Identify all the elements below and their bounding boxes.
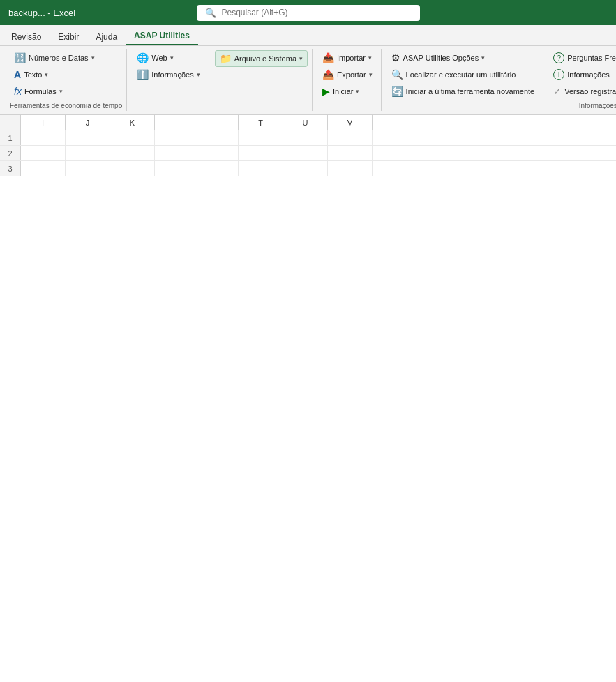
grid-row-2: 2 <box>0 146 616 161</box>
cell-V3[interactable] <box>328 161 373 176</box>
tab-ajuda[interactable]: Ajuda <box>87 29 126 45</box>
arquivo-sistema-icon: 📁 <box>220 53 232 64</box>
ribbon-tabs: Revisão Exibir Ajuda ASAP Utilities <box>0 25 616 46</box>
ribbon-btn-texto[interactable]: A Texto ▾ <box>10 67 52 82</box>
faq-icon: ? <box>553 52 564 63</box>
formulas-icon: fx <box>14 86 22 97</box>
iniciar-ultima-icon: 🔄 <box>391 86 403 97</box>
cell-U3[interactable] <box>283 161 328 176</box>
cell-U2[interactable] <box>283 146 328 160</box>
col-header-T: T <box>239 115 283 130</box>
ribbon-btn-web[interactable]: 🌐 Web ▾ <box>133 50 177 66</box>
cell-mid3[interactable] <box>155 161 239 176</box>
iniciar-dropdown-arrow: ▾ <box>356 88 359 95</box>
col-header-I: I <box>21 115 66 130</box>
cell-I1[interactable] <box>21 130 66 145</box>
ribbon-group-title-ferramentas: Ferramentas de economia de tempo <box>10 100 122 109</box>
cell-K3[interactable] <box>110 161 155 176</box>
ribbon-btn-exportar[interactable]: 📤 Exportar ▾ <box>318 67 377 82</box>
col-header-V: V <box>328 115 373 130</box>
col-header-K: K <box>110 115 155 130</box>
ribbon-btn-formulas[interactable]: fx Fórmulas ▾ <box>10 84 67 99</box>
ribbon-btn-importar[interactable]: 📥 Importar ▾ <box>318 50 376 66</box>
cell-V2[interactable] <box>328 146 373 160</box>
numeros-icon: 🔢 <box>14 52 26 63</box>
col-header-J: J <box>66 115 110 130</box>
grid-rows: 1 2 3 <box>0 130 616 176</box>
search-bar[interactable]: 🔍 <box>197 5 420 21</box>
numeros-dropdown-arrow: ▾ <box>91 54 95 61</box>
ribbon-btn-asap-opcoes[interactable]: ⚙ ASAP Utilities Opções ▾ <box>387 50 490 66</box>
row-header-2: 2 <box>0 146 21 160</box>
ribbon-group-title-info-ajuda: Informações e ajuda <box>549 100 616 109</box>
col-header-empty <box>155 115 239 130</box>
cell-J3[interactable] <box>66 161 110 176</box>
cell-J1[interactable] <box>66 130 110 145</box>
ribbon-btn-localizar[interactable]: 🔍 Localizar e executar um utilitário <box>387 67 520 82</box>
importar-dropdown-arrow: ▾ <box>368 54 372 61</box>
info-dropdown-arrow: ▾ <box>197 71 200 78</box>
cell-U1[interactable] <box>283 130 328 145</box>
cell-I3[interactable] <box>21 161 66 176</box>
cell-mid1[interactable] <box>155 130 239 145</box>
cell-V1[interactable] <box>328 130 373 145</box>
ribbon-group-arquivo-sistema: 📁 Arquivo e Sistema ▾ <box>211 49 313 111</box>
ribbon-btn-informacoes[interactable]: ℹ️ Informações ▾ <box>133 67 204 82</box>
search-icon: 🔍 <box>205 8 216 18</box>
ribbon-btn-numeros-datas[interactable]: 🔢 Números e Datas ▾ <box>10 50 99 66</box>
row-header-3: 3 <box>0 161 21 176</box>
asap-opcoes-icon: ⚙ <box>391 52 400 63</box>
cell-I2[interactable] <box>21 146 66 160</box>
web-icon: 🌐 <box>137 52 149 63</box>
ribbon-btn-arquivo-sistema[interactable]: 📁 Arquivo e Sistema ▾ <box>215 50 308 67</box>
ribbon-btn-iniciar[interactable]: ▶ Iniciar ▾ <box>318 84 363 99</box>
versao-icon: ✓ <box>553 86 562 97</box>
cell-K2[interactable] <box>110 146 155 160</box>
cell-J2[interactable] <box>66 146 110 160</box>
ribbon-group-ajuda: ? Perguntas Frequentes Online i Informaç… <box>545 49 616 111</box>
exportar-icon: 📤 <box>322 69 334 80</box>
tab-revisao[interactable]: Revisão <box>3 29 50 45</box>
ribbon-btn-faq[interactable]: ? Perguntas Frequentes Online <box>549 50 616 66</box>
info-ajuda-icon: i <box>553 69 564 80</box>
search-input[interactable] <box>222 8 412 17</box>
ribbon-group-importar-exportar: 📥 Importar ▾ 📤 Exportar ▾ ▶ Iniciar ▾ <box>314 49 382 111</box>
arquivo-dropdown-arrow: ▾ <box>299 55 303 62</box>
grid-row-3: 3 <box>0 161 616 176</box>
col-headers-row: I J K T U V <box>0 115 616 130</box>
importar-icon: 📥 <box>322 52 334 63</box>
ribbon-btn-versao[interactable]: ✓ Versão registrada <box>549 84 616 99</box>
formulas-dropdown-arrow: ▾ <box>59 88 63 95</box>
ribbon-row-numeros: 🔢 Números e Datas ▾ <box>10 50 99 66</box>
cell-mid2[interactable] <box>155 146 239 160</box>
ribbon-group-ferramentas: 🔢 Números e Datas ▾ A Texto ▾ fx Fórmula… <box>6 49 127 111</box>
window-title: backup... - Excel <box>8 8 197 18</box>
tab-exibir[interactable]: Exibir <box>50 29 87 45</box>
texto-dropdown-arrow: ▾ <box>45 71 48 78</box>
corner-cell <box>0 115 21 130</box>
ribbon-btn-info-ajuda[interactable]: i Informações <box>549 67 614 82</box>
web-dropdown-arrow: ▾ <box>170 54 174 61</box>
cell-T2[interactable] <box>239 146 283 160</box>
title-bar: backup... - Excel 🔍 <box>0 0 616 25</box>
row-header-1: 1 <box>0 130 21 145</box>
exportar-dropdown-arrow: ▾ <box>369 71 373 78</box>
texto-icon: A <box>14 69 21 80</box>
asap-opcoes-dropdown-arrow: ▾ <box>481 54 485 61</box>
cell-T3[interactable] <box>239 161 283 176</box>
informacoes-ribbon-icon: ℹ️ <box>137 69 149 80</box>
sheet-area: I J K T U V 1 2 3 <box>0 115 616 176</box>
ribbon-group-web-info: 🌐 Web ▾ ℹ️ Informações ▾ <box>128 49 209 111</box>
col-header-U: U <box>283 115 328 130</box>
ribbon: 🔢 Números e Datas ▾ A Texto ▾ fx Fórmula… <box>0 46 616 115</box>
ribbon-group-asap-options: ⚙ ASAP Utilities Opções ▾ 🔍 Localizar e … <box>383 49 544 111</box>
iniciar-icon: ▶ <box>322 86 330 97</box>
cell-T1[interactable] <box>239 130 283 145</box>
ribbon-btn-iniciar-ultima[interactable]: 🔄 Iniciar a última ferramenta novamente <box>387 84 539 99</box>
cell-K1[interactable] <box>110 130 155 145</box>
tab-asap-utilities[interactable]: ASAP Utilities <box>126 27 198 45</box>
grid-row-1: 1 <box>0 130 616 146</box>
localizar-icon: 🔍 <box>391 69 403 80</box>
